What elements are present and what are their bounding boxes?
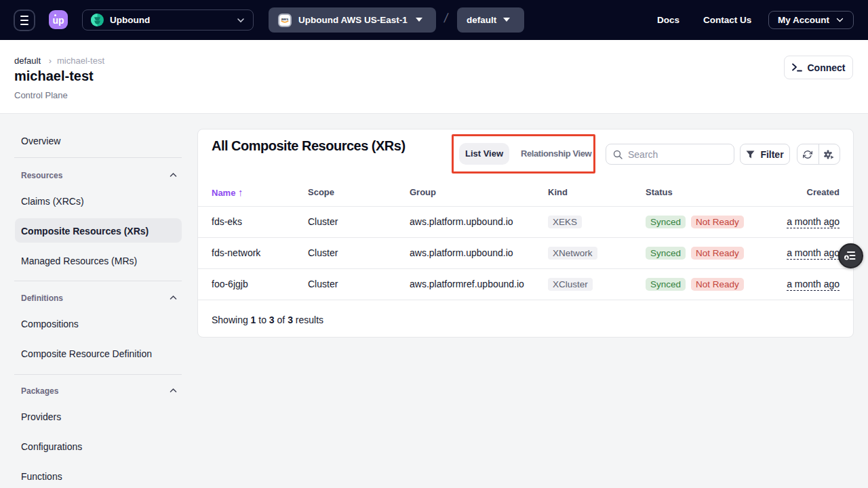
svg-text:aws: aws [281, 17, 288, 21]
